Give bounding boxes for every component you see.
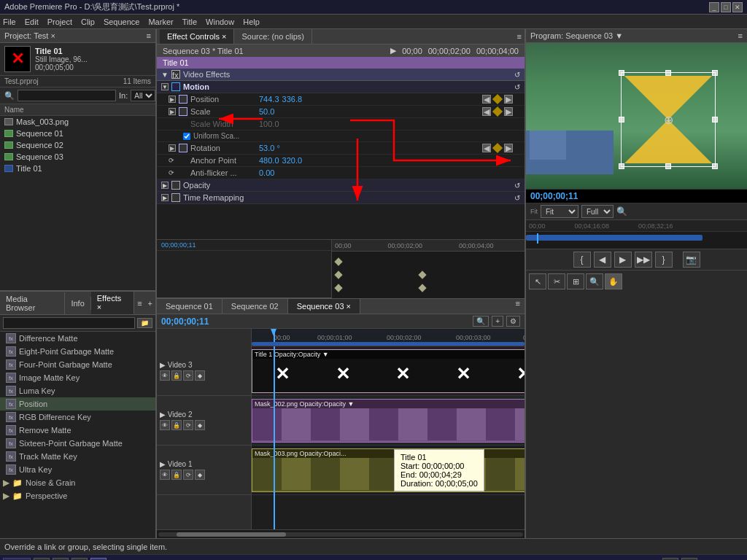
timeremap-reset-icon[interactable]: ↺ (514, 194, 520, 202)
transport-step-back[interactable]: ◀ (594, 252, 611, 268)
effect-image-matte-key[interactable]: fx Image Matte Key (0, 371, 155, 384)
panel-options-icon[interactable]: ≡ (134, 299, 144, 308)
transport-step-fwd[interactable]: ▶▶ (635, 252, 652, 268)
expand-icon[interactable]: ▼ (161, 71, 169, 79)
effect-ultra-key[interactable]: fx Ultra Key (0, 463, 155, 476)
antiflicker-val[interactable]: 0.00 (259, 168, 274, 177)
project-search-input[interactable] (18, 90, 116, 101)
video1-eye-btn[interactable]: 👁 (160, 470, 170, 480)
file-item-seq1[interactable]: Sequence 01 (0, 128, 155, 139)
video2-sync-btn[interactable]: ⟳ (183, 420, 193, 430)
transport-goto-out[interactable]: } (655, 252, 673, 268)
file-item-mask[interactable]: Mask_003.png (0, 116, 155, 128)
tab-effect-controls[interactable]: Effect Controls × (160, 29, 234, 44)
prog-panel-menu[interactable]: ≡ (738, 31, 743, 40)
transport-goto-in[interactable]: { (573, 252, 591, 268)
video3-eye-btn[interactable]: 👁 (160, 370, 170, 381)
effect-non-red-key[interactable]: fx Position (0, 397, 155, 411)
scale-val[interactable]: 50.0 (259, 107, 274, 116)
effects-new-folder-btn[interactable]: 📁 (137, 318, 152, 328)
premiere-icon[interactable]: Pr (90, 558, 107, 561)
tool-hand[interactable]: ✋ (605, 273, 622, 289)
position-keyframe-nav-prev[interactable]: ◀ (482, 95, 491, 104)
tab-sequence01[interactable]: Sequence 01 (157, 299, 222, 314)
keyframe-dot[interactable] (334, 257, 342, 265)
effect-rgb-diff-key[interactable]: fx RGB Difference Key (0, 411, 155, 424)
video3-lock-btn[interactable]: 🔒 (171, 370, 182, 381)
scrollbar-thumb[interactable] (177, 532, 286, 537)
scale-width-val[interactable]: 100.0 (259, 120, 279, 128)
systray-icon2[interactable]: ⚡ (681, 558, 697, 561)
keyframe-dot[interactable] (418, 284, 426, 292)
ec-current-time[interactable]: 00;00;00;11 (157, 240, 331, 251)
anchor-val2[interactable]: 320.0 (282, 156, 303, 165)
opacity-checkbox[interactable] (171, 181, 180, 190)
effect-remove-matte[interactable]: fx Remove Matte (0, 424, 155, 437)
timeline-scrollbar-bar[interactable] (157, 529, 525, 538)
rotation-enable-checkbox[interactable] (179, 144, 187, 152)
video3-sync-btn[interactable]: ⟳ (183, 370, 193, 381)
video2-diamond-btn[interactable]: ◆ (195, 420, 205, 430)
menu-marker[interactable]: Marker (148, 18, 173, 26)
video1-diamond-btn[interactable]: ◆ (195, 470, 205, 480)
effect-luma-key[interactable]: fx Luma Key (0, 384, 155, 397)
effect-track-matte-key[interactable]: fx Track Matte Key (0, 450, 155, 463)
folder-perspective[interactable]: ▶ 📁 Perspective (0, 489, 155, 502)
menu-sequence[interactable]: Sequence (104, 18, 140, 26)
tool-selection[interactable]: ↖ (529, 273, 546, 289)
rotation-toggle[interactable]: ▶ (169, 144, 176, 152)
scale-keyframe-diamond[interactable] (492, 106, 503, 117)
position-enable-checkbox[interactable] (179, 95, 187, 104)
window-controls[interactable]: _ □ ✕ (709, 2, 743, 12)
close-btn[interactable]: ✕ (732, 2, 743, 12)
video1-lock-btn[interactable]: 🔒 (171, 470, 182, 480)
position-keyframe-nav-next[interactable]: ▶ (504, 95, 513, 104)
motion-expand-toggle[interactable]: ▼ (161, 83, 169, 90)
transport-camera-btn[interactable]: 📷 (683, 252, 700, 268)
keyframe-dot[interactable] (418, 271, 426, 279)
tool-zoom[interactable]: 🔍 (586, 273, 603, 289)
selection-box[interactable]: ⊕ (621, 72, 716, 167)
uniform-scale-checkbox[interactable] (183, 133, 190, 140)
handle-top-left[interactable] (619, 70, 624, 76)
media-icon[interactable]: 🎵 (71, 558, 88, 561)
file-item-title1[interactable]: Title 01 (0, 163, 155, 174)
start-btn[interactable]: 開始 (3, 558, 31, 561)
menu-help[interactable]: Help (243, 18, 260, 26)
motion-checkbox[interactable] (171, 82, 180, 91)
transport-play[interactable]: ▶ (614, 252, 632, 268)
effect-sixteen-point[interactable]: fx Sixteen-Point Garbage Matte (0, 437, 155, 450)
scale-toggle[interactable]: ▶ (169, 108, 176, 115)
effects-search-input[interactable] (3, 317, 135, 329)
position-val1[interactable]: 744.3 (259, 95, 279, 104)
tab-sequence03[interactable]: Sequence 03 × (288, 299, 360, 314)
timeremap-checkbox[interactable] (171, 193, 180, 202)
timeremap-toggle[interactable]: ▶ (161, 194, 169, 201)
tool-ripple[interactable]: ⊞ (567, 273, 584, 289)
quality-select[interactable]: Full Half (581, 205, 614, 218)
position-val2[interactable]: 336.8 (282, 95, 303, 104)
folder-noise-grain[interactable]: ▶ 📁 Noise & Grain (0, 476, 155, 489)
tl-settings-btn[interactable]: ⚙ (506, 316, 520, 327)
tab-info[interactable]: Info (65, 297, 90, 310)
effect-four-point[interactable]: fx Four-Point Garbage Matte (0, 358, 155, 371)
tl-add-track-btn[interactable]: + (492, 316, 503, 327)
scale-keyframe-nav-prev[interactable]: ◀ (482, 107, 491, 116)
timeline-ruler[interactable]: 00;00 00;00;01;00 00;00;02;00 00;00;03;0… (252, 329, 525, 346)
fx-checkbox[interactable]: fx (171, 70, 180, 79)
tab-sequence02[interactable]: Sequence 02 (222, 299, 288, 314)
handle-left-center[interactable] (619, 117, 624, 122)
tab-source[interactable]: Source: (no clips) (234, 29, 312, 44)
tab-media-browser[interactable]: Media Browser (0, 292, 65, 314)
menu-title[interactable]: Title (182, 18, 197, 26)
scale-keyframe-nav-next[interactable]: ▶ (504, 107, 513, 116)
video3-diamond-btn[interactable]: ◆ (195, 370, 205, 381)
tl-tool-btn[interactable]: 🔍 (473, 316, 489, 327)
position-keyframe-diamond[interactable] (492, 94, 503, 104)
rotation-keyframe-nav-prev[interactable]: ◀ (482, 144, 491, 152)
handle-top-right[interactable] (712, 70, 718, 76)
menu-project[interactable]: Project (47, 18, 72, 26)
reset-icon[interactable]: ↺ (514, 71, 520, 79)
effects-add-btn[interactable]: + (145, 299, 155, 308)
effect-difference-matte[interactable]: fx Difference Matte (0, 332, 155, 345)
